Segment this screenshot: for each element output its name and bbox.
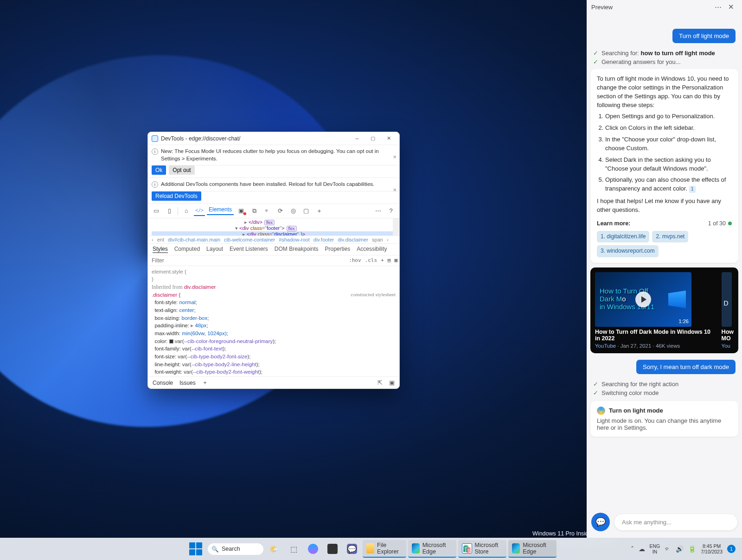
- explorer-pinned-icon[interactable]: [324, 542, 341, 556]
- optout-button[interactable]: Opt out: [169, 165, 194, 175]
- memory-icon[interactable]: ◎: [288, 206, 299, 216]
- dom-tree[interactable]: ▸ </div>flex ▾ <div class="footer">flex …: [148, 218, 399, 236]
- application-icon[interactable]: ▢: [301, 206, 312, 216]
- status-switching: ✓Switching color mode: [593, 389, 736, 396]
- taskbar-search[interactable]: 🔍Search: [208, 543, 263, 555]
- answer-card: To turn off light mode in Windows 10, yo…: [590, 69, 738, 263]
- user-message: Turn off light mode: [672, 29, 736, 43]
- elements-tab-label[interactable]: Elements: [207, 206, 234, 215]
- devtools-app-icon: [152, 135, 158, 142]
- taskbar: 🔍Search 🌤️ ⬚ 💬 File Explorer Microsoft E…: [0, 538, 742, 560]
- clock[interactable]: 8:45 PM7/10/2023: [701, 543, 723, 554]
- dismiss-infobar-icon[interactable]: ×: [393, 186, 397, 193]
- reload-devtools-button[interactable]: Reload DevTools: [152, 191, 201, 201]
- device-toggle-icon[interactable]: ▯: [164, 206, 175, 216]
- wifi-icon[interactable]: ᯤ: [665, 545, 671, 553]
- sources-icon[interactable]: ⧉: [249, 206, 260, 216]
- notification-badge[interactable]: 1: [727, 545, 736, 553]
- widgets-icon[interactable]: 🌤️: [265, 542, 283, 556]
- focus-mode-infobar: i New: The Focus Mode UI reduces clutter…: [148, 145, 399, 165]
- taskbar-item-edge[interactable]: Microsoft Edge: [408, 540, 456, 558]
- hov-toggle[interactable]: :hov: [347, 257, 363, 263]
- tab-computed[interactable]: Computed: [174, 246, 200, 253]
- devtools-window: DevTools - edge://discover-chat/ ─ ▢ ✕ i…: [147, 132, 400, 389]
- taskbar-item-edge-active[interactable]: Microsoft Edge: [508, 540, 556, 558]
- more-tools-icon[interactable]: ⋯: [372, 206, 384, 216]
- copilot-preview-sidebar: Preview ⋯ ✕ Turn off light mode ✓Searchi…: [587, 0, 742, 538]
- chat-icon-button[interactable]: 💬: [591, 513, 610, 531]
- start-button[interactable]: [186, 541, 206, 557]
- sidebar-title: Preview: [591, 4, 711, 11]
- info-icon: i: [152, 148, 158, 155]
- chat-icon[interactable]: 💬: [343, 542, 361, 556]
- info-icon: i: [152, 181, 158, 188]
- scrollbar[interactable]: [393, 218, 399, 235]
- devtools-title: DevTools - edge://discover-chat/: [161, 135, 349, 142]
- dismiss-infobar-icon[interactable]: ×: [393, 153, 397, 160]
- tab-dom-breakpoints[interactable]: DOM Breakpoints: [275, 246, 319, 253]
- cls-toggle[interactable]: .cls: [363, 257, 379, 263]
- styles-pane[interactable]: element.style { } Inherited from div.dis…: [148, 266, 399, 376]
- console-drawer-tab[interactable]: Console: [153, 380, 173, 386]
- computed-box-icon[interactable]: ▤: [386, 257, 393, 263]
- help-icon[interactable]: ?: [385, 206, 397, 216]
- play-icon[interactable]: [635, 292, 651, 307]
- welcome-icon[interactable]: ⌂: [181, 206, 192, 216]
- onedrive-icon[interactable]: ☁: [639, 545, 645, 553]
- add-tab-icon[interactable]: ＋: [313, 206, 325, 216]
- new-rule-icon[interactable]: +: [379, 257, 386, 263]
- status-generating: ✓Generating answers for you...: [593, 58, 736, 65]
- status-searching: ✓Searching for: how to turn off light mo…: [593, 50, 736, 57]
- devtools-toolbar: ▭ ▯ ⌂ </> Elements ▣ ⧉ ᯤ ⟳ ◎ ▢ ＋ ⋯ ?: [148, 204, 399, 218]
- breadcrumb[interactable]: ‹ ent div#cib-chat-main.main cib-welcome…: [148, 236, 399, 244]
- tab-event-listeners[interactable]: Event Listeners: [230, 246, 268, 253]
- volume-icon[interactable]: 🔊: [676, 545, 684, 553]
- add-drawer-tab-icon[interactable]: ＋: [202, 379, 208, 387]
- maximize-button[interactable]: ▢: [365, 134, 381, 144]
- source-chip[interactable]: 3. windowsreport.com: [597, 245, 659, 257]
- battery-icon[interactable]: 🔋: [688, 545, 696, 553]
- taskbar-item-file-explorer[interactable]: File Explorer: [363, 540, 406, 558]
- more-icon[interactable]: ⋯: [711, 3, 724, 11]
- styles-filter-input[interactable]: [148, 255, 347, 266]
- status-searching-action: ✓Searching for the right action: [593, 381, 736, 388]
- network-icon[interactable]: ᯤ: [262, 206, 273, 216]
- task-view-icon[interactable]: ⬚: [285, 542, 302, 556]
- taskbar-item-store[interactable]: 🛍️Microsoft Store: [458, 540, 507, 558]
- styles-tabs: Styles Computed Layout Event Listeners D…: [148, 244, 399, 255]
- video-thumbnail[interactable]: How to Turn OffDark Moin Windows 10/11 1…: [595, 272, 691, 327]
- close-icon[interactable]: ✕: [724, 3, 737, 11]
- components-infobar: i Additional DevTools components have be…: [148, 178, 399, 191]
- user-message: Sorry, I mean turn off dark mode: [636, 360, 736, 374]
- issues-drawer-tab[interactable]: Issues: [179, 380, 196, 386]
- devtools-titlebar[interactable]: DevTools - edge://discover-chat/ ─ ▢ ✕: [148, 132, 399, 145]
- drawer-dock-icon[interactable]: ▣: [389, 379, 395, 386]
- elements-tab[interactable]: </>: [194, 206, 205, 216]
- flexbox-icon[interactable]: ▦: [392, 257, 399, 263]
- minimize-button[interactable]: ─: [349, 134, 365, 144]
- search-icon: 🔍: [211, 546, 219, 553]
- close-button[interactable]: ✕: [381, 134, 397, 144]
- tab-layout[interactable]: Layout: [206, 246, 223, 253]
- devtools-drawer: Console Issues ＋ ⇱ ▣: [148, 376, 399, 388]
- video-thumbnail-next[interactable]: D: [722, 272, 732, 327]
- tab-styles[interactable]: Styles: [153, 246, 168, 253]
- chat-input[interactable]: Ask me anything...: [614, 514, 737, 530]
- drawer-expand-icon[interactable]: ⇱: [377, 379, 383, 386]
- windows-logo-icon: [668, 291, 686, 308]
- action-card[interactable]: Turn on light mode Light mode is on. You…: [590, 401, 738, 437]
- tray-chevron-icon[interactable]: ˄: [631, 545, 634, 553]
- ok-button[interactable]: Ok: [152, 165, 166, 175]
- console-tab-icon[interactable]: ▣: [236, 206, 247, 216]
- tab-accessibility[interactable]: Accessibility: [357, 246, 387, 253]
- language-indicator[interactable]: ENGIN: [650, 543, 660, 554]
- source-chip[interactable]: 2. mvps.net: [652, 231, 688, 242]
- personalization-icon: [597, 407, 605, 415]
- copilot-icon[interactable]: [304, 542, 322, 556]
- inspect-icon[interactable]: ▭: [151, 206, 162, 216]
- source-chip[interactable]: 1. digitalcitizen.life: [597, 231, 649, 242]
- tab-properties[interactable]: Properties: [325, 246, 351, 253]
- system-tray: ˄ ☁ ENGIN ᯤ 🔊 🔋 8:45 PM7/10/2023 1: [631, 543, 738, 554]
- video-card: How to Turn OffDark Moin Windows 10/11 1…: [590, 267, 738, 353]
- performance-icon[interactable]: ⟳: [275, 206, 286, 216]
